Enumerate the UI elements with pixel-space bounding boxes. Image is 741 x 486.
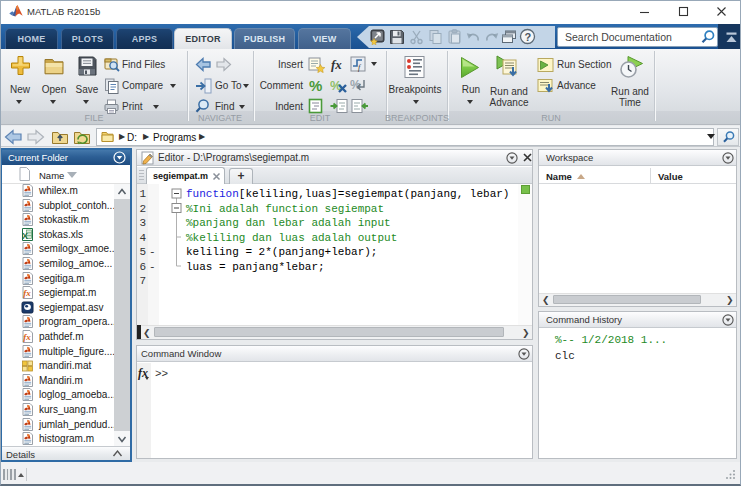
- svg-text:fx: fx: [331, 57, 342, 72]
- svg-text:%: %: [309, 77, 322, 94]
- svg-text:?: ?: [525, 31, 532, 43]
